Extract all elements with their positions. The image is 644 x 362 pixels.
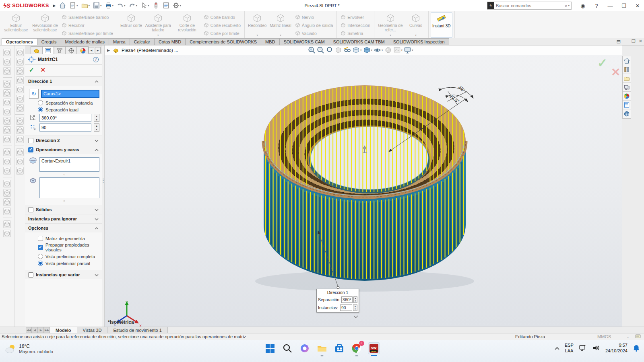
- language-indicator[interactable]: ESPLAA: [565, 343, 574, 354]
- ribbon-button-geometr-a-de-refer-[interactable]: Geometría de refer...▾: [376, 12, 405, 38]
- tab-solidworks-cam[interactable]: SOLIDWORKS CAM: [279, 38, 329, 45]
- tool-icon[interactable]: [3, 99, 11, 106]
- model-tab-estudio-de-movimiento-1[interactable]: Estudio de movimiento 1: [107, 327, 167, 333]
- tool-icon[interactable]: [16, 86, 24, 93]
- ribbon-button-asistente-para-taladro[interactable]: Asistente para taladro▾: [144, 12, 172, 38]
- section-options-header[interactable]: Opciones: [25, 224, 102, 232]
- option-geometry-pattern[interactable]: Matriz de geometría: [29, 236, 99, 241]
- ribbon-button--ngulo-de-salida[interactable]: Ángulo de salida: [293, 21, 335, 29]
- print-button[interactable]: ▾: [104, 1, 115, 10]
- listbox-resize-handle[interactable]: ○: [29, 173, 99, 176]
- ribbon-button-redondeo[interactable]: Redondeo▾: [247, 12, 268, 38]
- option-full-preview[interactable]: Vista preliminar completa: [29, 254, 99, 259]
- ribbon-button-saliente-base-barrido[interactable]: Saliente/Base barrido: [60, 13, 115, 21]
- dropdown-icon[interactable]: ▾: [136, 4, 138, 7]
- tab-featuremanager[interactable]: [31, 46, 42, 54]
- scroll-right-icon[interactable]: ▸: [95, 47, 101, 53]
- angle-field[interactable]: 360.00°: [39, 114, 91, 122]
- tool-icon[interactable]: [3, 67, 11, 75]
- tool-icon[interactable]: [3, 180, 11, 187]
- search-input[interactable]: [494, 3, 565, 8]
- confirm-cancel-button[interactable]: ✕: [41, 66, 46, 74]
- help-icon[interactable]: ?: [591, 1, 602, 10]
- copilot-taskbar-icon[interactable]: [299, 342, 311, 354]
- explorer-taskbar-icon[interactable]: [316, 342, 328, 354]
- restore-button[interactable]: ❐: [618, 1, 630, 10]
- confirm-ok-button[interactable]: ✓: [29, 66, 34, 74]
- tab-cotas-mbd[interactable]: Cotas MBD: [154, 38, 186, 45]
- search-dropdown-icon[interactable]: ▾: [568, 4, 571, 7]
- rebuild-button[interactable]: [151, 1, 161, 10]
- quick-tips-icon[interactable]: [635, 334, 641, 339]
- tool-icon[interactable]: [16, 117, 24, 125]
- first-tab-icon[interactable]: ◀◀: [26, 327, 32, 333]
- breadcrumb[interactable]: Pieza4 (Predeterminado) ...: [122, 48, 178, 53]
- tool-icon[interactable]: [3, 49, 11, 56]
- tool-icon[interactable]: [16, 148, 24, 156]
- view-settings-icon[interactable]: ▾: [404, 46, 413, 54]
- section-direction1-header[interactable]: Dirección 1: [25, 77, 102, 86]
- popup-instances-field[interactable]: 90: [340, 304, 352, 311]
- tab-solidworks-cam-tbm[interactable]: SOLIDWORKS CAM TBM: [329, 38, 389, 45]
- tab-scroll-buttons[interactable]: ◀◀◀▶▶▶: [26, 327, 50, 333]
- prev-tab-icon[interactable]: ◀: [32, 327, 38, 333]
- edit-appearance-icon[interactable]: [384, 46, 392, 54]
- ribbon-button-vaciado[interactable]: Vaciado: [293, 29, 335, 37]
- popup-collapse-icon[interactable]: [353, 314, 358, 319]
- radio-icon[interactable]: [38, 100, 43, 105]
- home-button[interactable]: [58, 1, 67, 10]
- undo-button[interactable]: ▾: [116, 1, 127, 10]
- popup-spacing-spinner[interactable]: ▲▼: [353, 296, 357, 303]
- tool-icon[interactable]: [3, 230, 11, 237]
- close-button[interactable]: ✕: [632, 1, 643, 10]
- tab-marca[interactable]: Marca: [109, 38, 130, 45]
- pane-split-icon[interactable]: ⬒: [617, 39, 621, 44]
- account-icon[interactable]: ◉: [577, 1, 588, 10]
- custom-properties-icon[interactable]: [623, 101, 631, 109]
- tool-icon[interactable]: [3, 198, 11, 206]
- search-taskbar-icon[interactable]: [281, 342, 293, 354]
- tool-icon[interactable]: [3, 158, 11, 165]
- section-skip-header[interactable]: Instancias para ignorar: [25, 214, 102, 223]
- tree-expand-icon[interactable]: ▶: [107, 48, 110, 52]
- tool-icon[interactable]: [16, 76, 24, 84]
- volume-icon[interactable]: [592, 344, 600, 352]
- appearances-icon[interactable]: [623, 92, 631, 101]
- hidden-icons-chevron[interactable]: [555, 346, 559, 351]
- tool-icon[interactable]: [3, 220, 11, 228]
- direction-reference-field[interactable]: Cara<1>: [41, 90, 99, 98]
- checkbox-icon[interactable]: [28, 138, 33, 143]
- solidworks-taskbar-icon[interactable]: SW2024: [368, 342, 380, 354]
- ribbon-button-extruir-corte[interactable]: Extruir corte: [119, 12, 143, 38]
- section-solids-header[interactable]: Sólidos: [25, 205, 102, 214]
- ribbon-button-corte-por-l-mite[interactable]: Corte por límite: [202, 29, 242, 37]
- logo-expand-arrow-icon[interactable]: ▶: [53, 4, 56, 8]
- notification-bell-icon[interactable]: [633, 344, 640, 353]
- tool-icon[interactable]: [3, 167, 11, 175]
- dropdown-icon[interactable]: ▾: [124, 4, 126, 7]
- doc-close-icon[interactable]: ✕: [639, 39, 642, 44]
- radio-equal-spacing[interactable]: Separación igual: [29, 107, 99, 112]
- tool-icon[interactable]: [3, 208, 11, 215]
- tool-icon[interactable]: [16, 167, 24, 175]
- confirm-corner-cancel-icon[interactable]: ✕: [611, 66, 620, 79]
- tool-icon[interactable]: [16, 49, 24, 56]
- view-palette-icon[interactable]: [623, 83, 631, 92]
- dropdown-icon[interactable]: ▾: [100, 4, 102, 7]
- tool-icon[interactable]: [3, 189, 11, 197]
- tool-icon[interactable]: [16, 158, 24, 165]
- confirm-corner-ok-icon[interactable]: ✓: [597, 56, 607, 70]
- direction-reference-icon[interactable]: ↻: [29, 89, 39, 99]
- ribbon-button-recubrir[interactable]: Recubrir: [60, 21, 115, 29]
- apply-scene-icon[interactable]: ▾: [393, 46, 403, 54]
- model-tab-modelo[interactable]: Modelo: [50, 327, 77, 333]
- select-button[interactable]: ▾: [139, 1, 151, 10]
- section-features-header[interactable]: Operaciones y caras: [25, 145, 102, 154]
- doc-minimize-icon[interactable]: —: [624, 39, 628, 44]
- faces-listbox[interactable]: [39, 177, 99, 198]
- radio-icon[interactable]: [38, 254, 43, 259]
- tool-icon[interactable]: [16, 136, 24, 143]
- tool-icon[interactable]: [3, 108, 11, 115]
- checkbox-checked-icon[interactable]: [28, 147, 33, 152]
- display-style-icon[interactable]: ▾: [363, 46, 373, 54]
